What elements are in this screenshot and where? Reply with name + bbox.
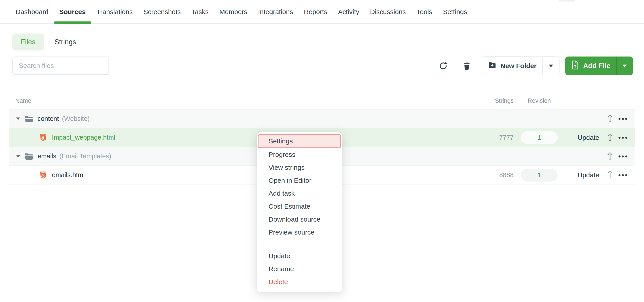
html5-file-icon: 5 (40, 171, 46, 179)
nav-item-tools[interactable]: Tools (416, 8, 432, 23)
dot (622, 137, 624, 139)
collapse-caret-icon[interactable] (16, 117, 20, 120)
nav-item-screenshots[interactable]: Screenshots (143, 8, 181, 23)
nav-item-integrations[interactable]: Integrations (258, 8, 293, 23)
dot (622, 155, 624, 157)
strings-count: 8888 (469, 171, 514, 179)
menu-divider (267, 244, 330, 244)
add-file-dropdown[interactable] (616, 56, 633, 75)
more-actions-icon[interactable] (618, 166, 627, 185)
tab-strings[interactable]: Strings (54, 38, 76, 46)
new-folder-button[interactable]: New Folder (482, 57, 542, 75)
folder-name[interactable]: content (38, 115, 59, 122)
nav-item-dashboard[interactable]: Dashboard (16, 8, 48, 23)
dot (625, 137, 627, 139)
menu-item-cost-estimate[interactable]: Cost Estimate (257, 200, 342, 213)
more-actions-icon[interactable] (618, 147, 627, 166)
svg-text:5: 5 (42, 173, 44, 177)
controls-row: New Folder Add File (0, 56, 644, 75)
file-name[interactable]: Impact_webpage.html (52, 134, 116, 141)
collapse-caret-icon[interactable] (16, 155, 20, 157)
new-folder-split-button: New Folder (482, 56, 560, 75)
add-file-label: Add File (583, 62, 610, 70)
upload-icon[interactable]: ⇧ (603, 147, 617, 166)
revision-badge: 1 (521, 131, 558, 144)
add-file-button[interactable]: Add File (565, 56, 616, 75)
folder-name[interactable]: emails (38, 153, 56, 160)
update-link[interactable]: Update (578, 134, 599, 141)
folder-plus-icon (488, 61, 496, 71)
nav-item-translations[interactable]: Translations (96, 8, 132, 23)
dot (618, 174, 620, 176)
dot (622, 174, 624, 176)
menu-item-view-strings[interactable]: View strings (257, 161, 342, 174)
new-folder-dropdown[interactable] (542, 57, 559, 75)
dot (625, 118, 627, 120)
column-header-name: Name (15, 97, 31, 104)
dot (618, 118, 620, 120)
nav-item-discussions[interactable]: Discussions (370, 8, 406, 23)
file-name[interactable]: emails.html (52, 171, 85, 179)
caret-down-icon (622, 64, 627, 67)
menu-item-add-task[interactable]: Add task (257, 187, 342, 200)
menu-item-settings[interactable]: Settings (258, 134, 341, 148)
new-folder-label: New Folder (500, 62, 537, 70)
column-header-strings: Strings (469, 97, 514, 104)
menu-item-open-in-editor[interactable]: Open in Editor (257, 174, 342, 187)
table-row-folder-content[interactable]: content (Website) ⇧ (9, 109, 635, 128)
table-header: Name Strings Revision (9, 94, 635, 109)
dot (618, 155, 620, 157)
add-file-split-button: Add File (565, 56, 633, 75)
revision-badge: 1 (521, 169, 558, 182)
menu-item-delete[interactable]: Delete (257, 276, 342, 288)
folder-note: (Website) (62, 115, 90, 122)
nav-item-activity[interactable]: Activity (338, 8, 359, 23)
file-upload-icon (571, 60, 579, 72)
refresh-icon[interactable] (439, 61, 448, 70)
nav-item-settings[interactable]: Settings (443, 8, 467, 23)
menu-item-download-source[interactable]: Download source (257, 213, 342, 226)
html5-file-icon: 5 (40, 134, 46, 141)
top-navigation: Dashboard Sources Translations Screensho… (0, 0, 644, 24)
nav-item-reports[interactable]: Reports (304, 8, 327, 23)
folder-note: (Email Templates) (60, 153, 111, 160)
cutoff-element (558, 0, 575, 1)
nav-item-sources[interactable]: Sources (59, 8, 86, 23)
folder-icon (24, 153, 34, 160)
more-actions-icon[interactable] (618, 109, 627, 128)
menu-item-rename[interactable]: Rename (257, 263, 342, 276)
dot (622, 118, 624, 120)
update-link[interactable]: Update (578, 171, 599, 179)
search-input[interactable] (12, 56, 109, 75)
nav-item-members[interactable]: Members (219, 8, 247, 23)
caret-down-icon (549, 64, 553, 67)
menu-item-progress[interactable]: Progress (257, 148, 342, 161)
menu-item-preview-source[interactable]: Preview source (257, 226, 342, 239)
upload-icon[interactable]: ⇧ (603, 109, 617, 128)
nav-item-tasks[interactable]: Tasks (192, 8, 209, 23)
menu-item-update[interactable]: Update (257, 250, 342, 263)
svg-text:5: 5 (42, 135, 44, 139)
trash-icon[interactable] (462, 61, 471, 70)
upload-icon[interactable]: ⇧ (603, 128, 617, 147)
file-context-menu: Settings Progress View strings Open in E… (257, 132, 342, 292)
folder-icon (24, 115, 34, 122)
column-header-revision: Revision (521, 97, 558, 104)
dot (618, 137, 620, 139)
dot (625, 174, 627, 176)
strings-count: 7777 (469, 134, 514, 141)
sources-subtabs: Files Strings (12, 33, 644, 50)
toolbar: New Folder Add File (439, 56, 633, 75)
more-actions-icon[interactable] (618, 128, 627, 147)
tab-files[interactable]: Files (12, 33, 44, 50)
upload-icon[interactable]: ⇧ (603, 166, 617, 185)
dot (625, 155, 627, 157)
